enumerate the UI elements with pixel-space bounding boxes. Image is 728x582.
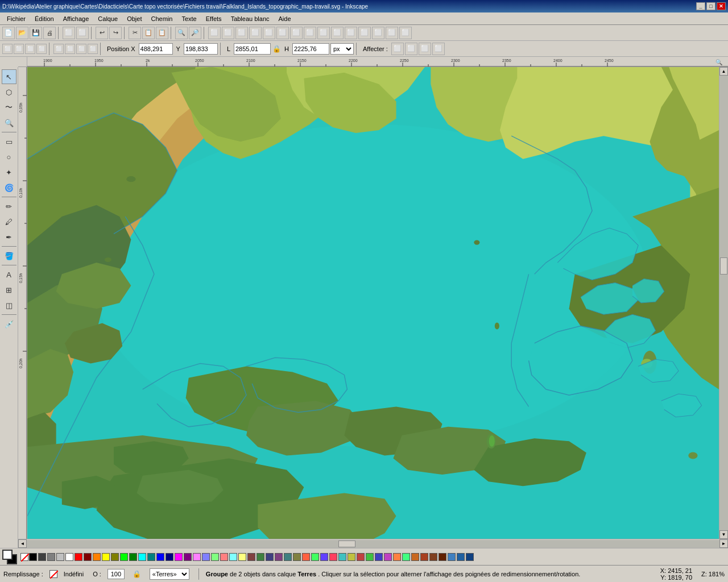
tb-btn-11[interactable]: ⬜ xyxy=(345,27,357,39)
swatch-silver[interactable] xyxy=(56,553,64,561)
swatch-br3[interactable] xyxy=(266,553,274,561)
size-l-input[interactable] xyxy=(234,43,271,55)
swatch-extra1[interactable] xyxy=(448,553,456,561)
unit-select[interactable]: pxmmcmin xyxy=(330,43,354,55)
swatch-blue[interactable] xyxy=(156,553,164,561)
menu-texte[interactable]: Texte xyxy=(177,14,201,23)
ellipse-tool-button[interactable]: ○ xyxy=(2,149,16,164)
tb-btn-15[interactable]: ⬜ xyxy=(399,27,412,39)
copy-button[interactable]: 📋 xyxy=(142,27,155,39)
open-button[interactable]: 📂 xyxy=(16,27,28,39)
swatch-purple[interactable] xyxy=(184,553,192,561)
tb-btn-9[interactable]: ⬜ xyxy=(317,27,330,39)
swatch-br2[interactable] xyxy=(257,553,264,561)
swatch-brown[interactable] xyxy=(429,553,437,561)
swatch-pink[interactable] xyxy=(193,553,201,561)
swatch-orange[interactable] xyxy=(93,553,101,561)
pos-y-input[interactable] xyxy=(184,43,218,55)
calligraphy-tool-button[interactable]: ✒ xyxy=(2,230,16,244)
swatch-br10[interactable] xyxy=(384,553,392,561)
save-button[interactable]: 💾 xyxy=(30,27,42,39)
swatch-br8[interactable] xyxy=(366,553,374,561)
scroll-right-button[interactable]: ► xyxy=(719,539,728,548)
scroll-track-vertical[interactable] xyxy=(719,76,728,530)
swatch-gray[interactable] xyxy=(47,553,55,561)
swatch-ltyellow[interactable] xyxy=(238,553,246,561)
fill-color-box[interactable] xyxy=(2,550,13,560)
cut-button[interactable]: ✂ xyxy=(129,27,141,39)
affect-btn-1[interactable]: ⬜ xyxy=(391,43,404,55)
tb2-btn-4[interactable]: ⬜ xyxy=(36,44,47,54)
swatch-darkgray[interactable] xyxy=(38,553,46,561)
paste-button[interactable]: 📋 xyxy=(156,27,168,39)
menu-objet[interactable]: Objet xyxy=(122,14,146,23)
swatch-or3[interactable] xyxy=(393,553,401,561)
select-tool-button[interactable]: ↖ xyxy=(2,69,16,84)
swatch-green[interactable] xyxy=(129,553,137,561)
swatch-br4[interactable] xyxy=(275,553,283,561)
export-button[interactable]: ⬜ xyxy=(76,27,89,39)
swatch-salmon[interactable] xyxy=(220,553,228,561)
star-tool-button[interactable]: ✦ xyxy=(2,165,16,180)
scroll-thumb-horizontal[interactable] xyxy=(338,541,355,547)
pen-tool-button[interactable]: 🖊 xyxy=(2,214,16,229)
tb2-btn-7[interactable]: ⬜ xyxy=(76,44,86,54)
swatch-cyan[interactable] xyxy=(138,553,146,561)
pos-x-input[interactable] xyxy=(139,43,173,55)
swatch-red[interactable] xyxy=(75,553,82,561)
swatch-lightblue[interactable] xyxy=(202,553,210,561)
swatch-ye2[interactable] xyxy=(348,553,355,561)
swatch-br6[interactable] xyxy=(293,553,301,561)
tb2-btn-1[interactable]: ⬜ xyxy=(2,44,13,54)
swatch-lime[interactable] xyxy=(120,553,128,561)
affect-btn-2[interactable]: ⬜ xyxy=(405,43,417,55)
close-button[interactable]: ✕ xyxy=(717,2,726,10)
tb-btn-6[interactable]: ⬜ xyxy=(276,27,289,39)
undo-button[interactable]: ↩ xyxy=(96,27,108,39)
opacity-input[interactable] xyxy=(107,569,125,579)
tb-btn-1[interactable]: ⬜ xyxy=(208,27,221,39)
scroll-track-horizontal[interactable] xyxy=(27,540,719,548)
affect-btn-3[interactable]: ⬜ xyxy=(419,43,431,55)
menu-chemin[interactable]: Chemin xyxy=(146,14,177,23)
scroll-left-button[interactable]: ◄ xyxy=(18,539,27,548)
scroll-up-button[interactable]: ▲ xyxy=(719,67,728,76)
affect-btn-4[interactable]: ⬜ xyxy=(432,43,445,55)
swatch-white[interactable] xyxy=(65,553,73,561)
vertical-scrollbar[interactable]: ▲ ▼ xyxy=(719,67,728,539)
tb-btn-7[interactable]: ⬜ xyxy=(290,27,303,39)
swatch-yellow[interactable] xyxy=(102,553,110,561)
tweak-tool-button[interactable]: 〜 xyxy=(2,100,16,115)
swatch-br1[interactable] xyxy=(247,553,255,561)
swatch-magenta[interactable] xyxy=(175,553,183,561)
zoom-tool-button[interactable]: 🔍 xyxy=(2,115,16,130)
menu-tableau-blanc[interactable]: Tableau blanc xyxy=(226,14,274,23)
rect-tool-button[interactable]: ▭ xyxy=(2,134,16,149)
connector-tool-button[interactable]: ⊞ xyxy=(2,282,16,297)
scroll-down-button[interactable]: ▼ xyxy=(719,530,728,539)
swatch-br9[interactable] xyxy=(375,553,383,561)
swatch-extra2[interactable] xyxy=(457,553,465,561)
swatch-or2[interactable] xyxy=(302,553,310,561)
swatch-br7[interactable] xyxy=(357,553,365,561)
tb-btn-8[interactable]: ⬜ xyxy=(304,27,316,39)
paint-bucket-tool-button[interactable]: 🪣 xyxy=(2,248,16,263)
size-h-input[interactable] xyxy=(292,43,329,55)
no-color-swatch[interactable] xyxy=(20,553,28,561)
swatch-dkorange[interactable] xyxy=(411,553,419,561)
pencil-tool-button[interactable]: ✏ xyxy=(2,199,16,214)
menu-effets[interactable]: Effets xyxy=(201,14,226,23)
redo-button[interactable]: ↪ xyxy=(109,27,122,39)
tb-btn-10[interactable]: ⬜ xyxy=(331,27,344,39)
swatch-olive[interactable] xyxy=(111,553,119,561)
swatch-navy[interactable] xyxy=(166,553,173,561)
menu-fichier[interactable]: Fichier xyxy=(2,14,30,23)
tb-btn-2[interactable]: ⬜ xyxy=(222,27,234,39)
layer-select[interactable]: «Terres» xyxy=(150,568,189,580)
tb-btn-12[interactable]: ⬜ xyxy=(358,27,371,39)
menu-edition[interactable]: Édition xyxy=(30,14,59,23)
text-tool-button[interactable]: A xyxy=(2,267,16,282)
spiral-tool-button[interactable]: 🌀 xyxy=(2,180,16,195)
swatch-teal[interactable] xyxy=(147,553,155,561)
eyedropper-tool-button[interactable]: 💉 xyxy=(2,317,16,331)
